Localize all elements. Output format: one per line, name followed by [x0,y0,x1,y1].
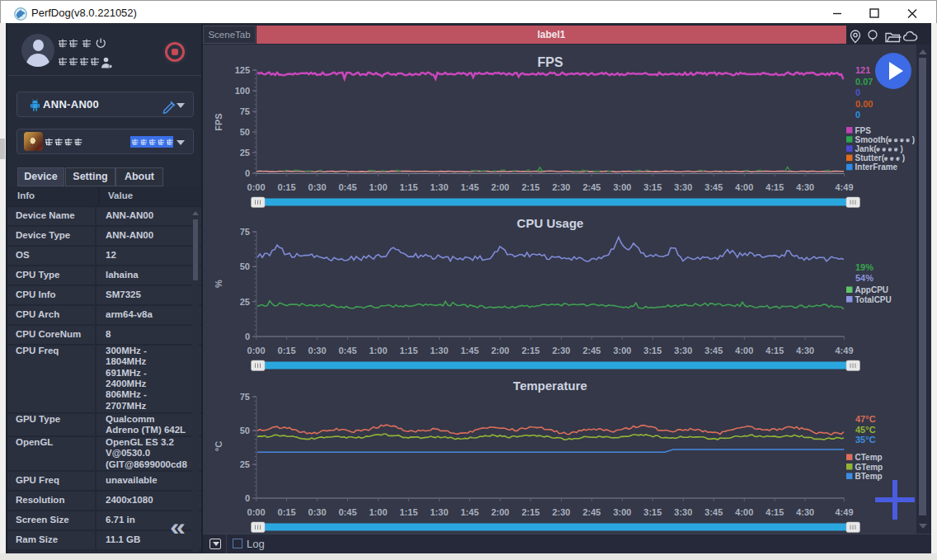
svg-text:2:30: 2:30 [552,507,570,517]
svg-text:4:30: 4:30 [796,182,814,192]
svg-text:50: 50 [240,426,250,435]
svg-text:2:00: 2:00 [491,346,509,355]
svg-text:75: 75 [240,227,250,237]
svg-text:54%: 54% [855,273,873,283]
svg-text:4:00: 4:00 [735,182,753,192]
svg-text:2:00: 2:00 [491,507,509,517]
svg-text:0: 0 [855,110,860,120]
svg-text:3:30: 3:30 [674,182,692,192]
svg-text:): ) [902,153,905,162]
svg-text:47°C: 47°C [855,414,876,424]
svg-text:Stutter(: Stutter( [855,153,885,162]
svg-text:4:49: 4:49 [835,346,853,355]
svg-text:4:15: 4:15 [765,507,784,517]
svg-text:19%: 19% [855,262,873,272]
svg-text:GTemp: GTemp [855,463,883,472]
svg-text:1:15: 1:15 [399,346,417,355]
svg-text:2:15: 2:15 [521,182,539,192]
svg-text:4:49: 4:49 [835,507,853,517]
svg-text:AppCPU: AppCPU [855,285,889,294]
svg-text:0:45: 0:45 [338,346,356,355]
svg-text:3:15: 3:15 [643,507,662,517]
svg-text:3:00: 3:00 [613,346,631,355]
svg-text:1:30: 1:30 [430,182,448,192]
svg-text:2:45: 2:45 [582,507,600,517]
svg-text:50: 50 [240,127,250,137]
svg-text:4:00: 4:00 [735,346,753,355]
svg-text:1:45: 1:45 [460,346,478,355]
svg-text:4:15: 4:15 [765,346,784,355]
svg-text:3:30: 3:30 [674,507,692,517]
svg-text:FPS: FPS [537,55,563,69]
svg-text:1:30: 1:30 [430,346,448,355]
svg-text:0:30: 0:30 [308,346,327,355]
svg-text:0:15: 0:15 [278,346,296,355]
svg-text:75: 75 [240,392,250,402]
svg-text:3:15: 3:15 [643,346,662,355]
svg-text:BTemp: BTemp [855,472,883,481]
svg-text:0: 0 [245,332,250,341]
svg-text:2:15: 2:15 [521,507,539,517]
svg-text:2:15: 2:15 [521,346,539,355]
svg-text:1:15: 1:15 [399,182,417,192]
svg-text:0:45: 0:45 [338,182,356,192]
svg-text:0:00: 0:00 [247,182,266,192]
svg-text:0: 0 [245,168,250,178]
svg-text:1:00: 1:00 [369,507,387,517]
svg-text:25: 25 [240,297,250,307]
svg-text:4:30: 4:30 [796,346,814,355]
svg-text:3:45: 3:45 [704,182,723,192]
svg-text:2:30: 2:30 [552,346,570,355]
svg-text:125: 125 [235,65,250,75]
svg-text:TotalCPU: TotalCPU [855,295,892,304]
svg-text:Smooth(: Smooth( [855,135,889,144]
svg-text:100: 100 [235,86,250,96]
svg-text:1:30: 1:30 [430,507,448,517]
svg-text:3:00: 3:00 [613,507,631,517]
svg-text:0.00: 0.00 [855,99,873,109]
svg-text:0:00: 0:00 [247,346,266,355]
svg-text:): ) [900,144,902,153]
svg-text:CPU Usage: CPU Usage [517,216,584,230]
svg-text:2:45: 2:45 [582,346,600,355]
svg-text:25: 25 [240,459,250,469]
svg-text:°C: °C [214,441,224,451]
svg-text:4:49: 4:49 [835,182,853,192]
svg-text:0:30: 0:30 [308,182,327,192]
svg-text:1:15: 1:15 [399,507,417,517]
svg-text:Temperature: Temperature [513,379,587,393]
svg-text:1:45: 1:45 [460,182,478,192]
svg-text:0: 0 [245,493,250,503]
svg-text:0:00: 0:00 [247,507,266,517]
svg-text:3:45: 3:45 [704,346,723,355]
svg-text:CTemp: CTemp [855,453,883,462]
svg-text:50: 50 [240,261,250,271]
svg-text:0:15: 0:15 [278,182,296,192]
svg-text:4:30: 4:30 [796,507,814,517]
svg-text:3:15: 3:15 [643,182,662,192]
svg-text:0:45: 0:45 [338,507,356,517]
svg-text:0: 0 [855,87,860,97]
svg-text:InterFrame: InterFrame [855,162,898,172]
svg-text:0:30: 0:30 [308,507,327,517]
svg-text:35°C: 35°C [855,435,876,445]
svg-text:75: 75 [240,106,250,116]
svg-text:3:00: 3:00 [613,182,631,192]
svg-text:0:15: 0:15 [278,507,296,517]
svg-text:2:00: 2:00 [491,182,509,192]
svg-text:25: 25 [240,148,250,158]
svg-text:0.07: 0.07 [855,77,873,87]
svg-text:1:45: 1:45 [460,507,478,517]
svg-text:2:30: 2:30 [552,182,570,192]
svg-text:3:30: 3:30 [674,346,692,355]
svg-text:2:45: 2:45 [582,182,600,192]
svg-text:Jank(: Jank( [855,144,878,153]
svg-text:3:45: 3:45 [704,507,723,517]
svg-text:1:00: 1:00 [369,182,387,192]
svg-text:%: % [214,280,224,288]
svg-text:FPS: FPS [855,126,872,135]
svg-text:45°C: 45°C [855,425,876,435]
svg-text:4:15: 4:15 [765,182,784,192]
svg-text:1:00: 1:00 [369,346,387,355]
svg-text:4:00: 4:00 [735,507,753,517]
